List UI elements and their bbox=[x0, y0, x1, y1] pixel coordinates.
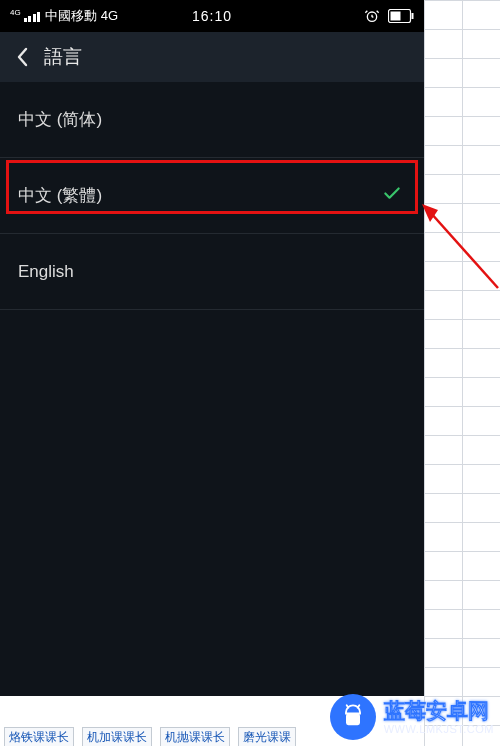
carrier-label: 中國移動 4G bbox=[45, 7, 118, 25]
language-label: English bbox=[18, 262, 74, 282]
clock: 16:10 bbox=[192, 8, 232, 24]
battery-icon bbox=[388, 9, 414, 23]
sheet-tab[interactable]: 磨光课课 bbox=[238, 727, 296, 746]
back-button[interactable] bbox=[12, 46, 34, 68]
watermark-android-icon bbox=[330, 694, 376, 740]
alarm-icon bbox=[364, 8, 380, 24]
watermark-url: WWW.LMKJST.COM bbox=[384, 723, 494, 736]
sheet-tab[interactable]: 机抛课课长 bbox=[160, 727, 230, 746]
language-option-traditional[interactable]: 中文 (繁體) bbox=[0, 158, 424, 234]
network-4g-indicator: 4G bbox=[10, 9, 21, 17]
spreadsheet-grid-background bbox=[424, 0, 500, 746]
page-title: 語言 bbox=[44, 44, 82, 70]
svg-rect-3 bbox=[391, 12, 401, 21]
phone-screen: 4G 中國移動 4G 16:10 bbox=[0, 0, 424, 696]
spreadsheet-tabs: 烙铁课课长 机加课课长 机抛课课长 磨光课课 bbox=[4, 727, 296, 746]
check-icon bbox=[382, 183, 402, 208]
watermark: 蓝莓安卓网 WWW.LMKJST.COM bbox=[330, 694, 494, 740]
language-list: 中文 (简体) 中文 (繁體) English bbox=[0, 82, 424, 310]
sheet-tab[interactable]: 机加课课长 bbox=[82, 727, 152, 746]
language-label: 中文 (简体) bbox=[18, 108, 102, 131]
svg-point-8 bbox=[355, 709, 357, 711]
language-label: 中文 (繁體) bbox=[18, 184, 102, 207]
svg-point-7 bbox=[348, 709, 350, 711]
signal-icon bbox=[24, 10, 41, 22]
svg-rect-6 bbox=[346, 714, 360, 726]
language-option-english[interactable]: English bbox=[0, 234, 424, 310]
page-header: 語言 bbox=[0, 32, 424, 82]
svg-rect-2 bbox=[412, 13, 414, 19]
language-option-simplified[interactable]: 中文 (简体) bbox=[0, 82, 424, 158]
status-bar: 4G 中國移動 4G 16:10 bbox=[0, 0, 424, 32]
sheet-tab[interactable]: 烙铁课课长 bbox=[4, 727, 74, 746]
watermark-title: 蓝莓安卓网 bbox=[384, 699, 494, 723]
